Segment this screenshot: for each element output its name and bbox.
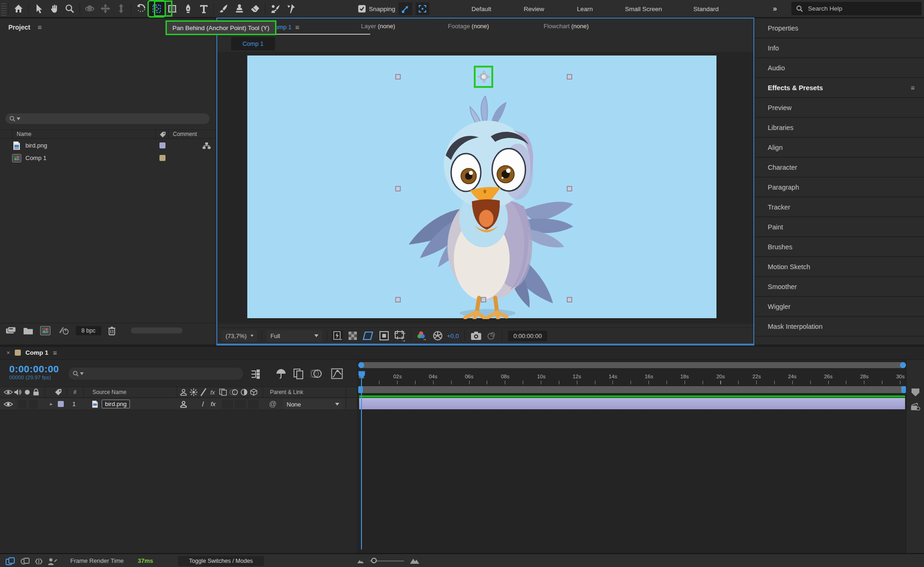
parent-pickwhip-icon[interactable]: @ xyxy=(268,398,277,410)
selection-handle-top-left[interactable] xyxy=(396,74,401,80)
snapping-checkbox[interactable] xyxy=(358,5,366,12)
selection-handle-bottom-right[interactable] xyxy=(567,297,572,302)
mini-flowchart-icon[interactable] xyxy=(250,369,261,379)
take-snapshot-icon[interactable] xyxy=(471,331,482,340)
parent-link-dropdown[interactable]: None xyxy=(283,400,343,409)
toggle-switches-modes-button[interactable]: Toggle Switches / Modes xyxy=(178,556,264,566)
snap-features-button[interactable] xyxy=(416,2,429,15)
effects-fx-icon[interactable]: fx xyxy=(208,387,217,397)
live-update-icon[interactable] xyxy=(6,557,16,566)
dolly-camera-tool[interactable] xyxy=(113,1,129,16)
panel-tab-audio[interactable]: Audio xyxy=(755,58,924,78)
work-area-bar[interactable] xyxy=(358,386,906,393)
panel-tab-mask-interpolation[interactable]: Mask Interpolation xyxy=(755,317,924,337)
panel-tab-brushes[interactable]: Brushes xyxy=(755,237,924,257)
home-tool[interactable] xyxy=(11,1,26,16)
channel-settings-icon[interactable] xyxy=(416,330,427,341)
column-parent-link[interactable]: Parent & Link xyxy=(270,387,316,397)
motion-blur-column-icon[interactable] xyxy=(229,387,239,397)
panel-tab-tracker[interactable]: Tracker xyxy=(755,197,924,217)
selection-tool[interactable] xyxy=(31,1,46,16)
timeline-zoom-slider-handle[interactable] xyxy=(371,558,377,563)
column-name[interactable]: Name xyxy=(17,131,31,137)
audio-toggle-cell[interactable] xyxy=(18,400,27,409)
time-ruler[interactable]: 0s 02s 04s 06s 08s 10s 12s 14s 16s 18s 2… xyxy=(358,372,906,385)
layer-name[interactable]: bird.png xyxy=(102,400,130,408)
comp-viewer-subtab[interactable]: Comp 1 xyxy=(231,37,275,50)
rotate-tool[interactable] xyxy=(133,1,149,16)
pan-behind-anchor-point-tool[interactable] xyxy=(149,1,165,16)
panel-tab-libraries[interactable]: Libraries xyxy=(755,118,924,138)
pen-tool[interactable] xyxy=(180,1,196,16)
workspace-tab-standard[interactable]: Standard xyxy=(693,0,719,18)
layer-label-color[interactable] xyxy=(58,401,64,407)
panel-tab-paint[interactable]: Paint xyxy=(755,217,924,237)
adjustment-layer-icon[interactable] xyxy=(240,387,248,397)
work-area-start-handle[interactable] xyxy=(358,386,363,393)
label-column-icon[interactable] xyxy=(159,131,166,138)
workspace-overflow-chevron[interactable]: » xyxy=(773,0,777,18)
expand-chevron-icon[interactable]: ▸ xyxy=(48,398,55,410)
selection-handle-bottom-center[interactable] xyxy=(481,297,486,302)
playhead-line[interactable] xyxy=(361,372,362,549)
project-item-bird-png[interactable]: bird.png xyxy=(0,139,216,152)
current-time-display[interactable]: 0:00:00:00 00000 (29.97 fps) xyxy=(9,364,59,380)
timeline-search-input[interactable] xyxy=(68,368,243,380)
tab-footage[interactable]: Footage (none) xyxy=(448,23,489,30)
workspace-tab-learn[interactable]: Learn xyxy=(577,0,593,18)
column-index[interactable]: # xyxy=(70,387,80,397)
layer-quality-toggle[interactable]: / xyxy=(199,398,207,410)
magnification-dropdown[interactable]: (73,7%) xyxy=(222,330,257,342)
close-icon[interactable]: × xyxy=(6,349,10,356)
panel-tab-effects-presets[interactable]: Effects & Presets≡ xyxy=(755,78,924,98)
zoom-tool[interactable] xyxy=(62,1,78,16)
column-source-name[interactable]: Source Name xyxy=(92,387,143,397)
resolution-dropdown[interactable]: Full xyxy=(267,330,322,342)
item-label-color[interactable] xyxy=(159,155,165,161)
guides-grid-options-icon[interactable] xyxy=(394,330,406,342)
snap-to-edges-button[interactable] xyxy=(398,2,412,15)
motion-blur-icon[interactable] xyxy=(310,368,323,379)
preview-time-display[interactable]: 0:00:00:00 xyxy=(508,331,547,341)
frame-blending-icon[interactable] xyxy=(293,368,304,379)
panel-menu-icon[interactable]: ≡ xyxy=(911,84,915,92)
author-edit-icon[interactable] xyxy=(47,557,57,566)
panel-menu-icon[interactable]: ≡ xyxy=(295,23,300,31)
workspace-tab-small-screen[interactable]: Small Screen xyxy=(625,0,662,18)
mask-visibility-icon[interactable] xyxy=(379,331,389,341)
3d-layer-icon[interactable] xyxy=(250,387,258,397)
layer-row-bird[interactable]: ▸ 1 bird.png / fx @ None xyxy=(0,398,357,410)
panel-tab-wiggler[interactable]: Wiggler xyxy=(755,297,924,317)
region-of-interest-icon[interactable] xyxy=(362,331,374,341)
lock-icon[interactable] xyxy=(32,387,40,397)
transparency-grid-icon[interactable] xyxy=(348,331,358,341)
pan-camera-tool[interactable] xyxy=(98,1,113,16)
exposure-value[interactable]: +0,0 xyxy=(447,333,459,339)
frame-blend-column-icon[interactable] xyxy=(219,387,227,397)
panel-menu-icon[interactable]: ≡ xyxy=(53,349,57,357)
panel-tab-smoother[interactable]: Smoother xyxy=(755,277,924,297)
selection-handle-top-right[interactable] xyxy=(567,74,572,80)
panel-tab-preview[interactable]: Preview xyxy=(755,98,924,118)
new-composition-icon[interactable] xyxy=(40,326,51,335)
layer-shy-icon[interactable] xyxy=(179,398,188,410)
fast-preview-icon[interactable] xyxy=(332,330,343,341)
draft-preview-icon[interactable] xyxy=(20,557,30,566)
tab-layer[interactable]: Layer (none) xyxy=(361,23,395,30)
new-folder-icon[interactable] xyxy=(23,327,33,335)
timeline-horizontal-scrollbar[interactable] xyxy=(358,362,906,368)
timeline-tab-comp1[interactable]: × Comp 1 ≡ xyxy=(6,349,57,357)
video-eye-icon[interactable] xyxy=(4,387,13,397)
interpret-footage-icon[interactable] xyxy=(6,327,17,335)
clone-stamp-tool[interactable] xyxy=(232,1,247,16)
selection-handle-bottom-left[interactable] xyxy=(396,297,401,302)
panel-tab-info[interactable]: Info xyxy=(755,38,924,58)
toolbar-drag-handle[interactable] xyxy=(1,2,6,16)
horizontal-scrollbar[interactable] xyxy=(131,327,183,333)
solo-icon[interactable] xyxy=(24,387,31,397)
project-panel-menu-icon[interactable]: ≡ xyxy=(37,23,42,31)
panel-tab-paragraph[interactable]: Paragraph xyxy=(755,178,924,197)
type-tool[interactable] xyxy=(196,1,212,16)
bit-depth-button[interactable]: 8 bpc xyxy=(76,326,101,335)
panel-tab-motion-sketch[interactable]: Motion Sketch xyxy=(755,257,924,277)
